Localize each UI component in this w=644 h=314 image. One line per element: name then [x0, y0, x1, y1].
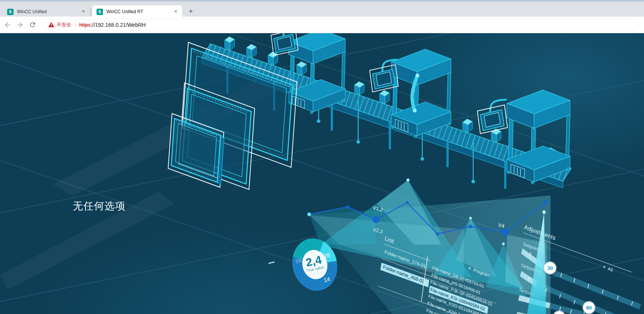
omnibox-separator [75, 22, 75, 28]
tab-separator [90, 8, 91, 15]
chevron-down-icon: ▼ [602, 265, 606, 269]
chevron-down-icon: ▼ [468, 266, 472, 271]
browser-toolbar: 不安全 https://192.168.0.21/WebRH [0, 17, 644, 33]
siemens-favicon-icon: S [7, 9, 14, 15]
security-warning-label: 不安全 [57, 22, 71, 28]
page-message: 无任何选项 [73, 199, 126, 213]
tab-bar: S WinCC Unified × S WinCC Unified RT × + [0, 0, 644, 17]
slider-knob: 30 [544, 262, 556, 274]
url-scheme: https [79, 22, 90, 28]
forward-arrow-icon [16, 21, 24, 29]
reload-icon [29, 21, 36, 28]
tab-close-icon[interactable]: × [80, 8, 87, 15]
forward-button[interactable] [15, 20, 25, 30]
address-bar[interactable]: 不安全 https://192.168.0.21/WebRH [43, 19, 638, 31]
tab-close-icon[interactable]: × [172, 8, 179, 15]
security-warning-icon [48, 22, 54, 28]
tab-wincc-unified[interactable]: S WinCC Unified × [3, 5, 90, 18]
browser-chrome: S WinCC Unified × S WinCC Unified RT × +… [0, 0, 644, 33]
tab-title: WinCC Unified RT [106, 9, 169, 14]
url-text: ://192.168.0.21/WebRH [90, 22, 146, 28]
tab-wincc-unified-rt[interactable]: S WinCC Unified RT × [92, 5, 182, 18]
siemens-favicon-icon: S [97, 9, 103, 15]
new-tab-button[interactable]: + [186, 6, 196, 17]
slider-knob: 80 [583, 302, 595, 314]
tab-title: WinCC Unified [17, 9, 77, 14]
reload-button[interactable] [28, 20, 37, 30]
back-arrow-icon [4, 21, 11, 29]
back-button[interactable] [3, 20, 12, 30]
page-content: 2,4 True value 58 28 14 List Folder-name… [0, 33, 644, 314]
